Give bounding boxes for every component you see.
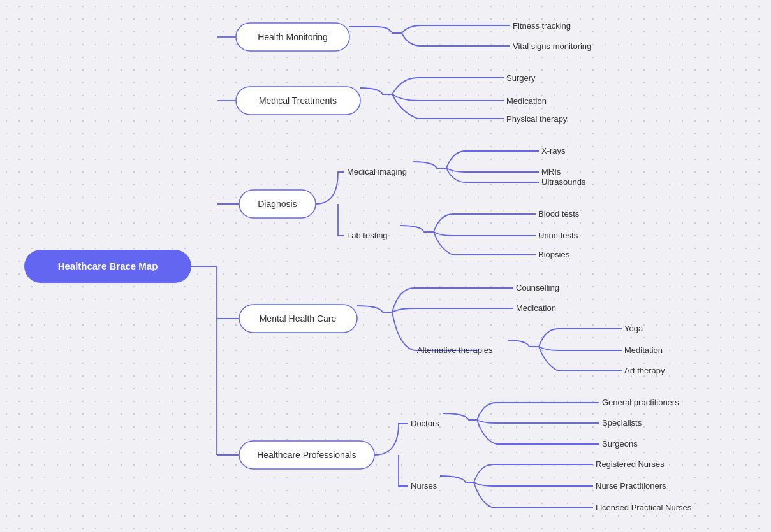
leaf-surgeons: Surgeons bbox=[602, 439, 638, 449]
leaf-meditation: Meditation bbox=[624, 345, 663, 355]
leaf-specialists: Specialists bbox=[602, 418, 642, 428]
leaf-art-therapy: Art therapy bbox=[624, 366, 665, 375]
leaf-physical-therapy: Physical therapy bbox=[506, 114, 568, 124]
leaf-registered-nurses: Registered Nurses bbox=[596, 459, 665, 469]
sub-lab-testing: Lab testing bbox=[347, 231, 388, 240]
root-label: Healthcare Brace Map bbox=[58, 261, 158, 271]
branch-mental-health-care-label: Mental Health Care bbox=[260, 313, 337, 324]
leaf-general-practitioners: General practitioners bbox=[602, 398, 679, 407]
sub-doctors: Doctors bbox=[411, 419, 439, 428]
leaf-yoga: Yoga bbox=[624, 324, 643, 333]
leaf-blood-tests: Blood tests bbox=[538, 209, 580, 219]
leaf-medication-mhc: Medication bbox=[516, 303, 556, 313]
leaf-counselling: Counselling bbox=[516, 283, 559, 292]
leaf-mris: MRIs bbox=[541, 167, 561, 176]
branch-health-monitoring-label: Health Monitoring bbox=[258, 32, 328, 42]
leaf-biopsies: Biopsies bbox=[538, 250, 570, 259]
leaf-urine-tests: Urine tests bbox=[538, 231, 578, 240]
sub-alternative-therapies: Alternative therapies bbox=[417, 345, 493, 355]
leaf-licensed-practical-nurses: Licensed Practical Nurses bbox=[596, 503, 692, 512]
mind-map: Healthcare Brace Map Health Monitoring F… bbox=[0, 0, 771, 532]
branch-diagnosis-label: Diagnosis bbox=[258, 199, 297, 209]
sub-nurses: Nurses bbox=[411, 481, 437, 491]
branch-medical-treatments-label: Medical Treatments bbox=[259, 96, 337, 106]
leaf-nurse-practitioners: Nurse Practitioners bbox=[596, 481, 666, 491]
leaf-xrays: X-rays bbox=[541, 146, 566, 155]
leaf-fitness-tracking: Fitness tracking bbox=[513, 21, 571, 31]
leaf-medication-mt: Medication bbox=[506, 96, 547, 106]
branch-healthcare-professionals-label: Healthcare Professionals bbox=[257, 450, 356, 460]
leaf-surgery: Surgery bbox=[506, 73, 536, 83]
leaf-ultrasounds: Ultrasounds bbox=[541, 177, 586, 187]
leaf-vital-signs: Vital signs monitoring bbox=[513, 41, 591, 51]
sub-medical-imaging: Medical imaging bbox=[347, 167, 407, 176]
